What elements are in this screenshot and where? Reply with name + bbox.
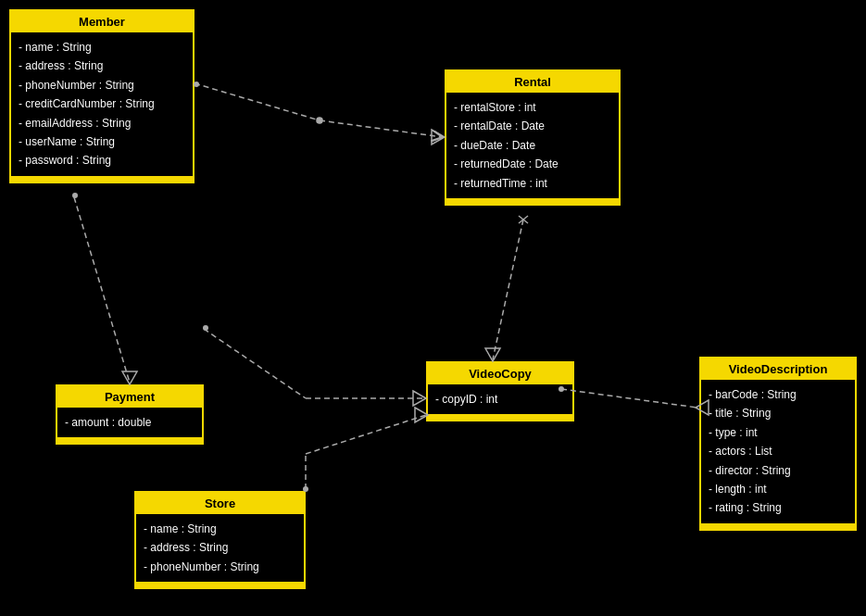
- rental-header: Rental: [446, 71, 619, 93]
- mult2: [519, 216, 528, 223]
- member-videocopy-dot: [203, 325, 208, 331]
- videocopy-header: VideoCopy: [428, 363, 572, 384]
- member-rental-line2: [320, 120, 443, 137]
- mult1: [519, 216, 528, 223]
- rental-videocopy-line: [493, 220, 523, 359]
- member-payment-line: [74, 197, 130, 383]
- videocopy-videodesc-line: [561, 389, 697, 408]
- member-videocopy-line1: [204, 329, 306, 398]
- payment-class: Payment - amount : double: [56, 384, 204, 445]
- member-body: - name : String - address : String - pho…: [11, 32, 193, 176]
- rental-class: Rental - rentalStore : int - rentalDate …: [445, 69, 621, 206]
- payment-arrow: [122, 371, 137, 384]
- rental-footer: [446, 198, 619, 204]
- store-body: - name : String - address : String - pho…: [136, 514, 304, 582]
- payment-body: - amount : double: [57, 408, 202, 437]
- member-footer: [11, 176, 193, 182]
- videodescription-class: VideoDescription - barCode : String - ti…: [699, 357, 857, 531]
- videodescription-header: VideoDescription: [701, 358, 855, 380]
- payment-header: Payment: [57, 386, 202, 408]
- member-rental-line1: [195, 83, 320, 120]
- videocopy-body: - copyID : int: [428, 384, 572, 414]
- member-payment-dot: [72, 193, 78, 198]
- member-header: Member: [11, 11, 193, 32]
- member-class: Member - name : String - address : Strin…: [9, 9, 195, 183]
- payment-footer: [57, 437, 202, 443]
- videodescription-footer: [701, 523, 855, 529]
- videocopy-arrow: [485, 348, 500, 361]
- videocopy-footer: [428, 414, 572, 420]
- videodescription-body: - barCode : String - title : String - ty…: [701, 380, 855, 523]
- videocopy-arrow2: [413, 391, 426, 406]
- rental-arrow: [432, 130, 445, 145]
- store-header: Store: [136, 493, 304, 514]
- store-footer: [136, 582, 304, 587]
- store-class: Store - name : String - address : String…: [134, 491, 306, 589]
- store-videocopy-line2: [306, 415, 426, 454]
- videocopy-class: VideoCopy - copyID : int: [426, 361, 574, 421]
- rental-body: - rentalStore : int - rentalDate : Date …: [446, 93, 619, 198]
